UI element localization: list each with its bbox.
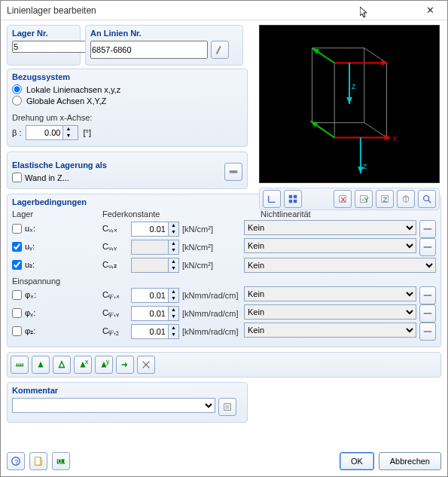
svg-text:x: x: [392, 133, 397, 142]
uy-nonlin[interactable]: Kein: [244, 238, 416, 253]
preview-viewport[interactable]: z x z: [259, 25, 440, 183]
pick-lines-button[interactable]: [211, 41, 229, 59]
preset-strip: x y: [7, 352, 441, 378]
view-y-button[interactable]: -Y: [355, 190, 373, 208]
preset-1[interactable]: [11, 356, 29, 374]
view-grid-button[interactable]: [284, 190, 302, 208]
svg-text:y: y: [106, 359, 109, 365]
svg-rect-3: [424, 295, 432, 296]
svg-text:z: z: [352, 81, 356, 90]
row-phix: φₓ: C𝜑,ₓ ▲▼ [kNmm/rad/cm] Kein: [12, 286, 436, 304]
an-linien-input[interactable]: [90, 41, 208, 59]
phix-nonlin[interactable]: Kein: [244, 286, 416, 301]
uz-nonlin[interactable]: Kein: [244, 258, 436, 273]
phix-opt[interactable]: [419, 286, 436, 304]
preset-6[interactable]: [116, 356, 134, 374]
phiy-nonlin[interactable]: Kein: [244, 304, 416, 320]
view-x-button[interactable]: X: [334, 190, 352, 208]
svg-text:Z: Z: [382, 195, 387, 203]
elastische-group: Elastische Lagerung als Wand in Z...: [7, 151, 248, 189]
svg-marker-18: [385, 135, 391, 141]
row-uy: uᵧ: Cᵤ,ᵧ ▲▼ [kN/cm²] Kein: [12, 238, 436, 255]
svg-text:z: z: [363, 161, 367, 170]
lager-nr-group: Lager Nr.: [7, 25, 81, 66]
view-axes-button[interactable]: [263, 190, 281, 208]
ux-value[interactable]: ▲▼: [131, 222, 179, 237]
uy-check[interactable]: [12, 242, 22, 252]
phix-value[interactable]: ▲▼: [131, 288, 179, 303]
radio-lokal-input[interactable]: [12, 84, 22, 94]
phix-check[interactable]: [12, 290, 22, 300]
phiz-check[interactable]: [12, 326, 22, 336]
row-ux: uₓ: Cᵤ,ₓ ▲▼ [kN/cm²] Kein: [12, 220, 436, 237]
svg-text:x: x: [85, 359, 88, 365]
preset-4[interactable]: x: [74, 356, 92, 374]
uy-value: ▲▼: [131, 240, 179, 255]
radio-global[interactable]: Globale Achsen X,Y,Z: [12, 96, 242, 105]
phiy-opt[interactable]: [419, 304, 436, 323]
ux-opt[interactable]: [419, 220, 436, 238]
phiy-check[interactable]: [12, 308, 22, 318]
preset-5[interactable]: y: [95, 356, 113, 374]
preset-7[interactable]: [137, 356, 155, 374]
uz-check[interactable]: [12, 260, 22, 270]
units-button[interactable]: 0.00: [52, 452, 70, 470]
uy-opt[interactable]: [419, 238, 436, 256]
svg-rect-39: [35, 457, 41, 466]
preset-3[interactable]: [53, 356, 71, 374]
radio-global-input[interactable]: [12, 96, 22, 105]
titlebar: Linienlager bearbeiten ✕: [1, 1, 447, 20]
beta-spinner[interactable]: ▲▼: [62, 126, 73, 139]
lagerbed-group: Lagerbedingungen Lager Federkonstante Ni…: [7, 194, 441, 347]
phiz-value[interactable]: ▲▼: [131, 324, 179, 339]
phiy-value[interactable]: ▲▼: [131, 306, 179, 321]
beta-unit: [°]: [83, 128, 91, 137]
bezug-title: Bezugssystem: [12, 72, 242, 81]
close-icon[interactable]: ✕: [419, 5, 441, 16]
an-linien-label: An Linien Nr.: [90, 29, 238, 38]
phiz-nonlin[interactable]: Kein: [244, 323, 416, 338]
ux-check[interactable]: [12, 224, 22, 234]
svg-text:?: ?: [14, 457, 18, 466]
view-zoom-button[interactable]: [418, 190, 436, 208]
footer: ? 0.00 OK Abbrechen: [7, 452, 441, 470]
help-button[interactable]: ?: [7, 452, 25, 470]
svg-rect-4: [424, 313, 432, 314]
view-toolstrip: X -Y Z: [259, 188, 440, 210]
elastische-settings-button[interactable]: [224, 163, 242, 181]
radio-lokal[interactable]: Lokale Linienachsen x,y,z: [12, 84, 242, 94]
svg-rect-25: [289, 195, 292, 198]
beta-field[interactable]: ▲▼: [26, 125, 78, 140]
view-z-button[interactable]: Z: [376, 190, 394, 208]
ok-button[interactable]: OK: [340, 452, 374, 470]
svg-rect-9: [225, 405, 229, 408]
svg-line-36: [428, 200, 431, 203]
svg-text:-Y: -Y: [361, 195, 369, 203]
kommentar-button[interactable]: [218, 398, 236, 416]
view-iso-button[interactable]: [397, 190, 415, 208]
row-phiy: φᵧ: C𝜑,ᵧ ▲▼ [kNmm/rad/cm] Kein: [12, 304, 436, 322]
svg-rect-1: [424, 228, 432, 230]
cancel-button[interactable]: Abbrechen: [379, 452, 441, 470]
svg-rect-26: [294, 195, 297, 198]
note-button[interactable]: [29, 452, 47, 470]
phiz-opt[interactable]: [419, 323, 436, 341]
kommentar-title: Kommentar: [12, 386, 242, 395]
preset-2[interactable]: [32, 356, 50, 374]
svg-rect-28: [294, 200, 297, 203]
drehung-label: Drehung um x-Achse:: [12, 113, 242, 122]
lager-nr-label: Lager Nr.: [12, 29, 75, 38]
svg-text:X: X: [340, 195, 346, 203]
window-title: Linienlager bearbeiten: [7, 5, 419, 16]
svg-point-35: [424, 196, 429, 201]
an-linien-group: An Linien Nr.: [85, 25, 243, 66]
svg-rect-5: [424, 331, 432, 332]
elastische-title: Elastische Lagerung als: [12, 161, 218, 170]
svg-rect-2: [424, 246, 432, 248]
svg-text:0.00: 0.00: [58, 457, 66, 465]
ux-nonlin[interactable]: Kein: [244, 220, 416, 235]
svg-rect-0: [230, 170, 238, 173]
wand-checkbox[interactable]: Wand in Z...: [12, 173, 218, 182]
beta-label: β :: [12, 128, 21, 137]
kommentar-select[interactable]: [12, 398, 215, 413]
